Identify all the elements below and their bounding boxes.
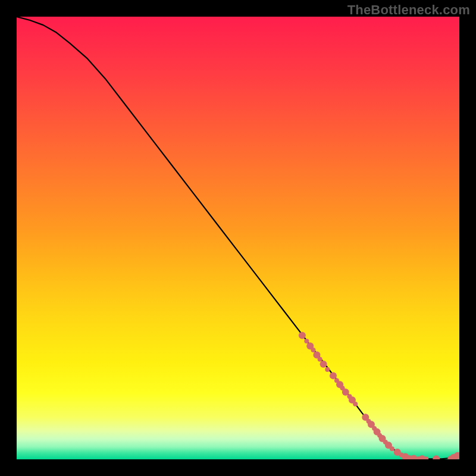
- data-point: [390, 446, 394, 451]
- chart-plot: [17, 17, 459, 459]
- chart-background: [17, 17, 459, 459]
- data-point: [325, 367, 330, 372]
- data-point: [353, 402, 358, 406]
- data-point: [299, 332, 306, 339]
- chart-frame: TheBottleneck.com: [0, 0, 476, 476]
- data-point: [318, 357, 322, 362]
- watermark-label: TheBottleneck.com: [347, 2, 470, 18]
- data-point: [342, 389, 349, 396]
- data-point: [304, 339, 309, 343]
- data-point: [311, 347, 315, 352]
- data-point: [320, 361, 327, 368]
- data-point: [330, 372, 337, 379]
